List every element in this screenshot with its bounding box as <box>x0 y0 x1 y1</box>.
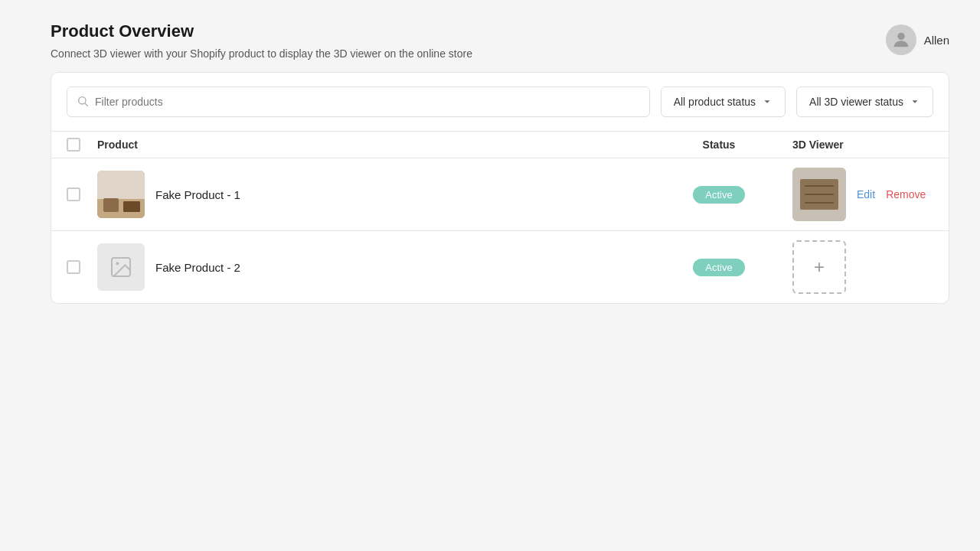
row2-product-thumb <box>97 243 145 291</box>
svg-point-1 <box>79 96 86 103</box>
row2-status-badge: Active <box>693 259 744 276</box>
header-checkbox-col <box>67 138 97 152</box>
col-header-status: Status <box>658 139 780 151</box>
row2-checkbox[interactable] <box>67 260 80 274</box>
room-table-obj <box>123 201 140 212</box>
page-subtitle: Connect 3D viewer with your Shopify prod… <box>51 47 472 60</box>
row1-edit-button[interactable]: Edit <box>857 188 875 201</box>
drawer-line-3 <box>805 202 834 204</box>
row2-check-col <box>67 260 97 274</box>
viewer-status-filter[interactable]: All 3D viewer status <box>796 86 933 117</box>
svg-point-0 <box>897 33 904 40</box>
product-status-filter[interactable]: All product status <box>661 86 786 117</box>
drawer-line-2 <box>805 194 834 195</box>
row2-product-name: Fake Product - 2 <box>155 261 240 274</box>
row1-viewer-thumb <box>792 168 846 221</box>
room-chair <box>103 198 119 212</box>
header-left: Product Overview Connect 3D viewer with … <box>51 21 472 60</box>
drawer-body <box>800 179 838 210</box>
username: Allen <box>924 34 949 47</box>
row1-checkbox[interactable] <box>67 187 80 201</box>
select-all-checkbox[interactable] <box>67 138 80 152</box>
svg-line-2 <box>85 103 88 106</box>
search-icon <box>77 95 89 109</box>
room-wall <box>97 171 145 201</box>
col-header-product: Product <box>97 139 658 151</box>
header-right: Allen <box>886 24 949 55</box>
drawer-line-1 <box>805 185 834 187</box>
page-title: Product Overview <box>51 21 472 41</box>
table-row: Fake Product - 1 Active Edit Remove <box>51 158 949 231</box>
row1-product-name: Fake Product - 1 <box>155 188 240 201</box>
search-wrapper <box>67 86 650 117</box>
toolbar: All product status All 3D viewer status <box>51 73 949 132</box>
row1-status-badge: Active <box>693 186 744 204</box>
row1-status-col: Active <box>658 186 780 204</box>
table-header: Product Status 3D Viewer <box>51 132 949 158</box>
avatar <box>886 24 916 55</box>
main-card: All product status All 3D viewer status … <box>51 72 949 304</box>
row1-remove-button[interactable]: Remove <box>886 188 926 201</box>
chevron-down-icon <box>910 96 920 107</box>
row1-viewer-cell: Edit Remove <box>780 168 933 221</box>
row1-viewer-actions: Edit Remove <box>857 188 926 201</box>
row1-product-cell: Fake Product - 1 <box>97 171 658 218</box>
room-scene <box>97 171 145 218</box>
page-header: Product Overview Connect 3D viewer with … <box>0 0 980 72</box>
image-placeholder-icon <box>109 255 133 279</box>
row2-status-col: Active <box>658 259 780 276</box>
user-avatar-icon <box>890 29 912 51</box>
row1-check-col <box>67 187 97 201</box>
row2-viewer-cell: + <box>780 240 933 294</box>
placeholder-image <box>97 243 145 291</box>
svg-point-4 <box>116 262 119 265</box>
chevron-down-icon <box>762 96 773 107</box>
row2-product-cell: Fake Product - 2 <box>97 243 658 291</box>
table-row: Fake Product - 2 Active + <box>51 231 949 303</box>
add-viewer-button[interactable]: + <box>792 240 846 294</box>
row1-product-thumb <box>97 171 145 218</box>
col-header-viewer: 3D Viewer <box>780 139 933 151</box>
search-input[interactable] <box>95 96 640 108</box>
